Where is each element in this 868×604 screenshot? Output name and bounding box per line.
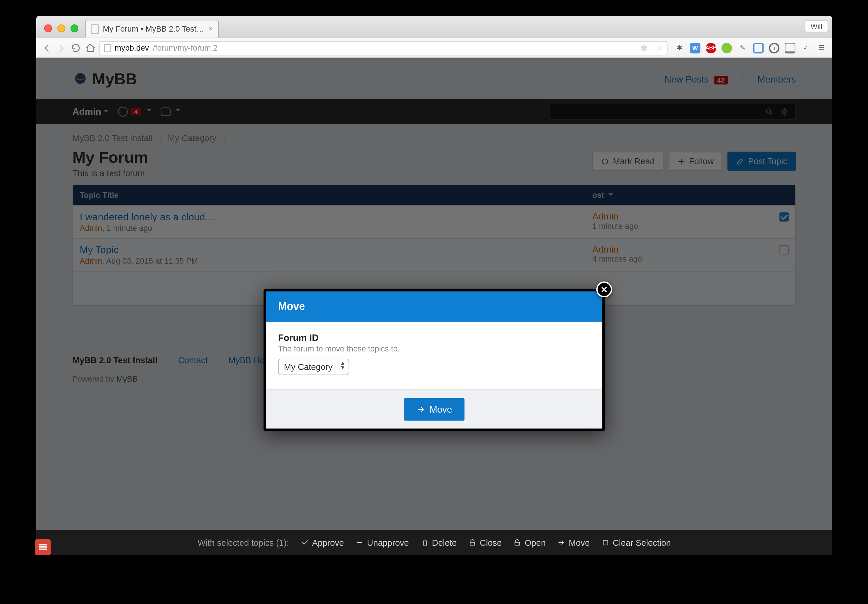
browser-toolbar: mybb.dev/forum/my-forum.2 ✻ ☆ ✱ W ABP ✎ … <box>36 38 832 58</box>
browser-tab-strip: My Forum • MyBB 2.0 Test… × Will <box>36 16 832 38</box>
fullscreen-extension-icon[interactable] <box>753 42 764 53</box>
settings-extension-icon[interactable]: ✱ <box>674 42 685 53</box>
checkmark-extension-icon[interactable]: ✓ <box>800 42 811 53</box>
wand-extension-icon[interactable]: ✎ <box>737 42 748 53</box>
home-button[interactable] <box>85 42 96 53</box>
url-host: mybb.dev <box>115 43 149 53</box>
reload-button[interactable] <box>70 42 81 53</box>
paw-extension-icon[interactable]: ✻ <box>640 42 648 53</box>
arrow-right-icon <box>558 539 566 547</box>
lock-icon <box>468 539 476 547</box>
dock-app-icon[interactable] <box>35 539 51 555</box>
trash-icon <box>421 539 429 547</box>
address-bar[interactable]: mybb.dev/forum/my-forum.2 ✻ ☆ <box>99 41 667 55</box>
action-clear[interactable]: Clear Selection <box>601 537 671 548</box>
adblock-extension-icon[interactable]: ABP <box>706 42 716 53</box>
url-path: /forum/my-forum.2 <box>153 43 218 53</box>
action-close[interactable]: Close <box>468 537 502 548</box>
close-tab-icon[interactable]: × <box>208 24 213 34</box>
page-viewport: MyBB New Posts 42 Members Admin <box>36 58 832 555</box>
forward-button[interactable] <box>56 42 67 53</box>
chrome-menu-icon[interactable]: ☰ <box>816 42 827 53</box>
tab-title: My Forum • MyBB 2.0 Test… <box>103 24 204 34</box>
cast-extension-icon[interactable] <box>785 42 795 53</box>
modal-body: Forum ID The forum to move these topics … <box>266 321 602 390</box>
selection-label: With selected topics (1): <box>198 537 289 548</box>
move-modal: ✕ Move Forum ID The forum to move these … <box>264 289 605 431</box>
bookmark-star-icon[interactable]: ☆ <box>656 43 663 53</box>
svg-rect-4 <box>603 540 608 545</box>
forum-select-wrapper: My Category ▲▼ <box>278 359 349 375</box>
window-controls <box>44 24 78 32</box>
forum-id-label: Forum ID <box>278 332 591 343</box>
browser-window: My Forum • MyBB 2.0 Test… × Will mybb.de… <box>36 16 832 555</box>
check-icon <box>301 539 309 547</box>
select-arrows-icon: ▲▼ <box>340 360 346 370</box>
move-submit-button[interactable]: Move <box>404 398 465 421</box>
forum-select[interactable]: My Category <box>278 359 349 375</box>
action-unapprove[interactable]: Unapprove <box>356 537 409 548</box>
modal-title: Move <box>266 292 602 322</box>
extension-tray: ✱ W ABP ✎ i ✓ ☰ <box>674 42 827 53</box>
page-icon <box>91 24 99 34</box>
maximize-window-button[interactable] <box>70 24 78 32</box>
close-window-button[interactable] <box>44 24 52 32</box>
wave-extension-icon[interactable]: W <box>690 42 701 53</box>
info-extension-icon[interactable]: i <box>769 42 780 53</box>
action-move[interactable]: Move <box>558 537 590 548</box>
minimize-window-button[interactable] <box>57 24 65 32</box>
minus-icon <box>356 539 364 547</box>
modal-footer: Move <box>266 390 602 429</box>
action-approve[interactable]: Approve <box>301 537 344 548</box>
selection-action-bar: With selected topics (1): Approve Unappr… <box>36 530 832 555</box>
forum-id-desc: The forum to move these topics to. <box>278 344 591 354</box>
green-dot-extension-icon[interactable] <box>721 42 732 53</box>
modal-close-button[interactable]: ✕ <box>596 281 612 297</box>
action-delete[interactable]: Delete <box>421 537 457 548</box>
site-info-icon[interactable] <box>104 44 111 52</box>
back-button[interactable] <box>42 42 52 53</box>
square-icon <box>601 539 609 547</box>
unlock-icon <box>513 539 521 547</box>
browser-tab[interactable]: My Forum • MyBB 2.0 Test… × <box>85 20 219 38</box>
browser-profile-badge[interactable]: Will <box>805 20 828 33</box>
arrow-right-circle-icon <box>417 405 426 414</box>
action-open[interactable]: Open <box>513 537 546 548</box>
move-submit-label: Move <box>429 404 452 415</box>
